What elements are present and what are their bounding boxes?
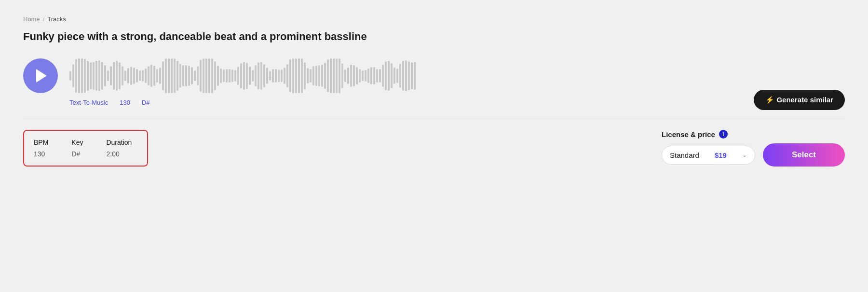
key-label: Key (71, 139, 83, 146)
waveform-bar (174, 58, 176, 93)
waveform-bar (93, 62, 95, 90)
waveform-bar (127, 68, 129, 83)
waveform-bar (229, 69, 231, 83)
waveform-bar (365, 70, 366, 82)
duration-value: 2:00 (106, 150, 132, 158)
waveform-bar (116, 61, 118, 91)
waveform-bar (269, 71, 271, 81)
waveform-bar (217, 66, 219, 86)
waveform-bar (255, 65, 257, 86)
waveform-bar (382, 65, 384, 87)
waveform-bar (200, 60, 202, 91)
waveform-bar (119, 62, 121, 89)
waveform-bar (113, 62, 115, 89)
waveform-bar (249, 67, 251, 85)
waveform-bar (133, 68, 135, 84)
waveform-bar (370, 67, 372, 84)
breadcrumb-home[interactable]: Home (23, 15, 40, 23)
waveform-bar (191, 67, 193, 84)
waveform-bar (75, 59, 77, 93)
waveform-bar (347, 68, 349, 84)
waveform-bar (315, 66, 317, 86)
waveform-bar (376, 69, 378, 83)
waveform-bar (220, 69, 222, 83)
waveform-bar (339, 58, 340, 93)
license-bottom: Standard $19 ⌄ Select (662, 143, 845, 167)
waveform-bar (136, 69, 138, 83)
waveform-bar (284, 68, 285, 83)
waveform-bar (278, 70, 280, 83)
waveform-bar (405, 60, 407, 91)
waveform-bar (330, 58, 332, 93)
waveform-bar (396, 69, 398, 83)
waveform-bar (304, 62, 306, 90)
waveform-bar (139, 70, 141, 82)
breadcrumb: Home / Tracks (23, 15, 845, 23)
waveform-bar (208, 58, 210, 93)
generate-similar-label: ⚡ Generate similar (765, 96, 833, 104)
waveform-bar (399, 64, 401, 88)
waveform-bar (90, 62, 92, 90)
waveform-bar (356, 67, 358, 85)
waveform-bar (333, 58, 335, 93)
license-price: $19 (715, 151, 727, 159)
waveform-bar (350, 65, 352, 86)
waveform-bar (402, 61, 404, 90)
bottom-section: BPM 130 Key D# Duration 2:00 License & p… (23, 128, 845, 167)
waveform-bar (188, 66, 190, 86)
waveform-bar (321, 65, 323, 87)
waveform-bar (110, 66, 112, 86)
waveform-bar (379, 69, 381, 82)
waveform-bar (353, 65, 355, 87)
info-icon[interactable]: i (719, 130, 728, 139)
waveform-bar (310, 69, 312, 83)
play-button[interactable] (23, 58, 58, 93)
waveform-bar (176, 61, 178, 91)
waveform-bar (165, 58, 167, 93)
waveform-bar (373, 67, 375, 85)
waveform-bar (153, 66, 155, 86)
waveform-bar (237, 67, 239, 85)
waveform[interactable] (69, 56, 845, 95)
waveform-bar (156, 69, 158, 83)
waveform-bar (324, 63, 326, 89)
waveform-bar (327, 59, 329, 92)
waveform-bar (385, 61, 387, 90)
license-dropdown[interactable]: Standard $19 ⌄ (662, 146, 755, 165)
duration-stat: Duration 2:00 (106, 139, 132, 158)
waveform-bar (98, 60, 100, 91)
waveform-bar (95, 61, 97, 91)
waveform-bar (179, 64, 181, 88)
waveform-bar (171, 58, 173, 93)
waveform-bar (286, 64, 288, 87)
waveform-bar (142, 70, 144, 82)
bpm-stat: BPM 130 (34, 139, 48, 158)
key-stat: Key D# (71, 139, 83, 158)
waveform-bar (185, 65, 187, 86)
waveform-bar (197, 66, 199, 85)
track-stats-box: BPM 130 Key D# Duration 2:00 (23, 130, 148, 167)
waveform-bar (388, 61, 390, 91)
waveform-bar (205, 58, 207, 93)
breadcrumb-current[interactable]: Tracks (47, 15, 66, 23)
waveform-bar (243, 62, 245, 90)
waveform-bar (223, 70, 225, 82)
meta-source[interactable]: Text-To-Music (69, 99, 108, 106)
track-title: Funky piece with a strong, danceable bea… (23, 30, 845, 43)
waveform-bar (408, 61, 410, 90)
select-button[interactable]: Select (763, 143, 845, 167)
waveform-bar (107, 70, 109, 81)
play-icon (36, 69, 47, 83)
waveform-bar (393, 68, 395, 83)
waveform-bar (391, 63, 393, 89)
generate-similar-button[interactable]: ⚡ Generate similar (754, 90, 845, 110)
waveform-bar (69, 71, 71, 81)
waveform-bar (214, 61, 216, 91)
license-label: License & price (662, 130, 715, 139)
waveform-bar (182, 65, 184, 86)
license-label-group: License & price i (662, 130, 845, 139)
waveform-bar (226, 69, 228, 82)
waveform-bar (78, 58, 80, 93)
waveform-bar (307, 68, 309, 83)
waveform-bar (272, 69, 274, 83)
